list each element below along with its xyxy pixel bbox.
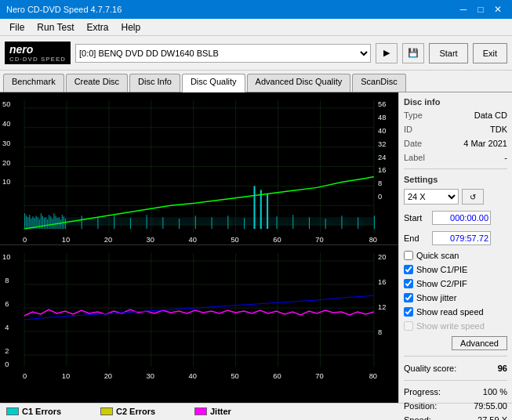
jitter-header: Jitter (194, 407, 269, 416)
svg-rect-30 (44, 218, 45, 229)
save-button[interactable]: 💾 (402, 43, 424, 63)
show-jitter-checkbox[interactable] (404, 293, 413, 302)
svg-text:16: 16 (378, 167, 386, 175)
svg-text:10: 10 (2, 253, 10, 261)
svg-text:20: 20 (104, 372, 112, 380)
svg-rect-87 (0, 245, 398, 386)
tab-scandisc[interactable]: ScanDisc (352, 74, 405, 92)
date-value: 4 Mar 2021 (463, 139, 507, 148)
svg-rect-44 (253, 186, 255, 229)
titlebar-title: Nero CD-DVD Speed 4.7.7.16 (6, 5, 122, 14)
start-label: Start (404, 213, 429, 223)
svg-rect-21 (29, 215, 30, 229)
svg-text:20: 20 (378, 253, 386, 261)
advanced-button[interactable]: Advanced (452, 336, 507, 350)
show-jitter-label: Show jitter (416, 293, 456, 302)
menu-extra[interactable]: Extra (80, 20, 114, 34)
info-type-row: Type Data CD (404, 110, 507, 120)
disc-label-value: - (504, 153, 507, 162)
c1-color-box (6, 407, 19, 415)
svg-text:50: 50 (2, 100, 10, 108)
lower-chart-svg: 10 8 6 4 2 0 20 16 12 8 0 10 20 30 40 50 (0, 245, 398, 386)
svg-rect-54 (195, 215, 196, 229)
svg-text:0: 0 (378, 193, 382, 201)
progress-row: Progress: 100 % (404, 387, 507, 396)
svg-text:80: 80 (369, 372, 377, 380)
menu-help[interactable]: Help (115, 20, 147, 34)
id-value: TDK (490, 125, 507, 134)
progress-value: 100 % (483, 387, 507, 396)
quick-scan-label: Quick scan (416, 251, 459, 260)
svg-rect-60 (309, 217, 310, 229)
speed-row: 24 X ↺ (404, 189, 507, 205)
svg-rect-20 (27, 217, 28, 229)
svg-rect-47 (82, 215, 82, 229)
end-input[interactable] (432, 231, 491, 245)
maximize-button[interactable]: □ (473, 2, 488, 17)
show-write-speed-row: Show write speed (404, 321, 507, 331)
svg-text:70: 70 (315, 236, 323, 244)
end-row: End (404, 231, 507, 245)
svg-text:40: 40 (2, 120, 10, 128)
menu-file[interactable]: File (3, 20, 31, 34)
svg-text:40: 40 (378, 127, 386, 135)
tab-create-disc[interactable]: Create Disc (66, 74, 128, 92)
show-c1pie-checkbox[interactable] (404, 265, 413, 274)
info-label-row: Label - (404, 153, 507, 162)
speed-label: Speed: (404, 415, 431, 420)
svg-text:8: 8 (378, 180, 382, 188)
close-button[interactable]: ✕ (490, 2, 506, 17)
show-c2pif-label: Show C2/PIF (416, 279, 467, 288)
disc-info-title: Disc info (404, 97, 507, 107)
svg-text:40: 40 (189, 372, 197, 380)
svg-rect-53 (179, 219, 180, 229)
svg-rect-43 (65, 219, 66, 229)
svg-rect-34 (50, 216, 51, 229)
svg-rect-56 (227, 215, 228, 229)
svg-rect-19 (26, 215, 27, 229)
show-c2pif-checkbox[interactable] (404, 279, 413, 288)
date-label: Date (404, 139, 422, 148)
svg-text:16: 16 (378, 278, 386, 286)
device-select[interactable]: [0:0] BENQ DVD DD DW1640 BSLB (75, 44, 371, 63)
tab-disc-quality[interactable]: Disc Quality (182, 74, 245, 92)
eject-button[interactable]: ▶ (376, 43, 398, 63)
settings-refresh-button[interactable]: ↺ (462, 189, 484, 205)
svg-text:30: 30 (2, 139, 10, 147)
svg-rect-40 (60, 219, 61, 229)
quality-score-value: 96 (498, 364, 507, 373)
quality-score-row: Quality score: 96 (404, 364, 507, 373)
speed-select[interactable]: 24 X (404, 189, 459, 205)
menu-run-test[interactable]: Run Test (31, 20, 80, 34)
svg-text:50: 50 (231, 372, 238, 380)
show-c1pie-row: Show C1/PIE (404, 265, 507, 274)
minimize-button[interactable]: ─ (456, 2, 471, 17)
start-input[interactable] (432, 211, 491, 225)
jitter-color-box (194, 407, 207, 415)
svg-text:50: 50 (231, 236, 238, 244)
quality-score-label: Quality score: (404, 364, 456, 373)
jitter-label: Jitter (210, 407, 231, 416)
tab-benchmark[interactable]: Benchmark (3, 74, 64, 92)
position-row: Position: 79:55.00 (404, 401, 507, 411)
svg-text:10: 10 (62, 372, 70, 380)
tab-advanced-disc-quality[interactable]: Advanced Disc Quality (247, 74, 351, 92)
quick-scan-checkbox[interactable] (404, 251, 413, 260)
svg-rect-63 (358, 217, 358, 229)
svg-rect-41 (62, 215, 63, 229)
info-id-row: ID TDK (404, 125, 507, 134)
svg-text:10: 10 (62, 236, 70, 244)
show-read-speed-checkbox[interactable] (404, 307, 413, 317)
start-button[interactable]: Start (429, 43, 467, 63)
svg-rect-64 (374, 215, 375, 229)
svg-text:12: 12 (378, 303, 386, 311)
svg-rect-58 (276, 216, 277, 229)
position-label: Position: (404, 401, 437, 411)
end-label: End (404, 234, 429, 243)
tab-disc-info[interactable]: Disc Info (129, 74, 180, 92)
svg-text:24: 24 (378, 154, 386, 161)
svg-rect-49 (114, 215, 114, 229)
logo-nero: nero (9, 43, 33, 56)
chart-upper: 50 40 30 20 10 56 48 40 32 24 16 8 0 0 1… (0, 92, 398, 245)
exit-button[interactable]: Exit (473, 43, 507, 63)
